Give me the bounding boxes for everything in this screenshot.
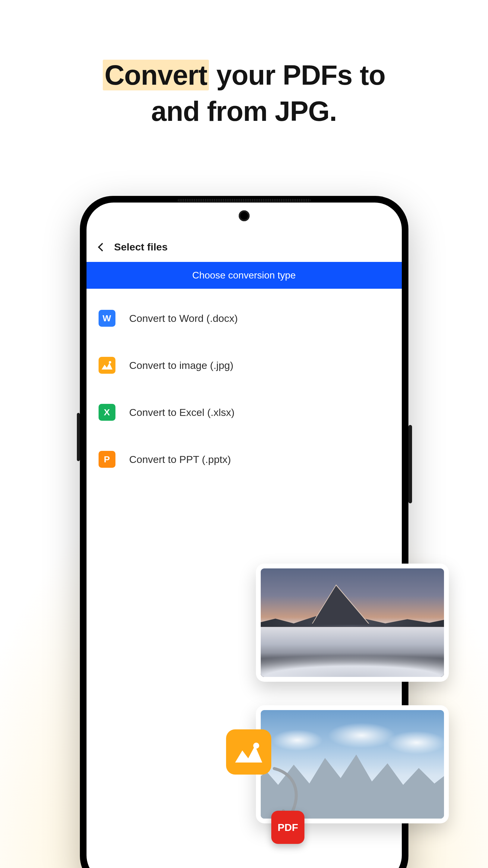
phone-speaker (178, 199, 310, 202)
excel-icon: X (98, 404, 116, 421)
phone-power-button (408, 425, 412, 503)
option-label: Convert to Excel (.xlsx) (129, 407, 235, 418)
headline-line2: and from JPG. (151, 96, 337, 127)
option-convert-to-image[interactable]: Convert to image (.jpg) (87, 342, 402, 389)
ppt-icon: P (98, 451, 116, 468)
pdf-target-icon: PDF (271, 811, 304, 844)
conversion-option-list: W Convert to Word (.docx) Convert to ima… (87, 289, 402, 489)
section-banner: Choose conversion type (87, 262, 402, 289)
image-icon (98, 357, 116, 374)
jpg-source-icon (226, 730, 271, 775)
app-header: Select files (87, 233, 402, 262)
word-icon: W (98, 310, 116, 327)
option-convert-to-word[interactable]: W Convert to Word (.docx) (87, 295, 402, 342)
back-icon[interactable] (98, 243, 106, 251)
option-convert-to-ppt[interactable]: P Convert to PPT (.pptx) (87, 436, 402, 483)
option-label: Convert to Word (.docx) (129, 313, 238, 324)
marketing-headline: Convert your PDFs to and from JPG. (0, 57, 488, 129)
option-convert-to-excel[interactable]: X Convert to Excel (.xlsx) (87, 389, 402, 436)
page-title: Select files (114, 241, 168, 253)
pdf-badge-label: PDF (278, 822, 298, 833)
phone-camera (239, 210, 250, 221)
headline-line1-rest: your PDFs to (209, 60, 385, 90)
preview-image-sunset (261, 568, 444, 677)
headline-highlight: Convert (103, 60, 209, 90)
option-label: Convert to PPT (.pptx) (129, 454, 231, 465)
option-label: Convert to image (.jpg) (129, 360, 234, 371)
preview-card-upper (256, 564, 449, 682)
phone-volume-button (77, 413, 80, 461)
